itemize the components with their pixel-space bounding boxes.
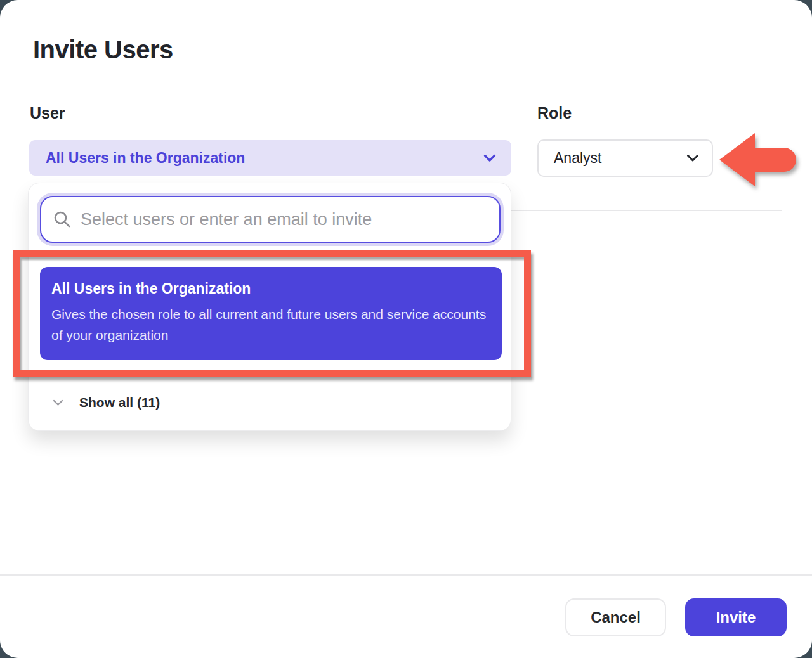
- search-icon: [53, 210, 72, 229]
- invite-button[interactable]: Invite: [685, 598, 787, 636]
- cancel-button[interactable]: Cancel: [565, 598, 666, 636]
- show-all-label: Show all (11): [79, 395, 160, 410]
- role-select[interactable]: Analyst: [537, 139, 713, 177]
- search-input[interactable]: [81, 210, 499, 229]
- chevron-down-icon: [483, 154, 496, 162]
- option-title: All Users in the Organization: [51, 280, 490, 297]
- chevron-down-icon: [686, 154, 699, 162]
- annotation-arrow-icon: [718, 129, 798, 190]
- page-title: Invite Users: [33, 35, 173, 64]
- role-field-label: Role: [537, 104, 572, 122]
- user-select-trigger[interactable]: All Users in the Organization: [29, 140, 511, 176]
- user-dropdown-panel: All Users in the Organization Gives the …: [28, 183, 511, 431]
- invite-users-dialog: Invite Users User All Users in the Organ…: [0, 0, 812, 658]
- chevron-down-icon: [53, 399, 63, 406]
- role-select-value: Analyst: [554, 150, 601, 167]
- user-field-label: User: [30, 104, 65, 122]
- show-all-toggle[interactable]: Show all (11): [29, 389, 160, 416]
- option-description: Gives the chosen role to all current and…: [51, 304, 489, 345]
- search-box: [40, 196, 501, 243]
- footer-divider: [0, 574, 812, 576]
- option-all-users[interactable]: All Users in the Organization Gives the …: [40, 267, 502, 360]
- user-select-value: All Users in the Organization: [46, 150, 245, 167]
